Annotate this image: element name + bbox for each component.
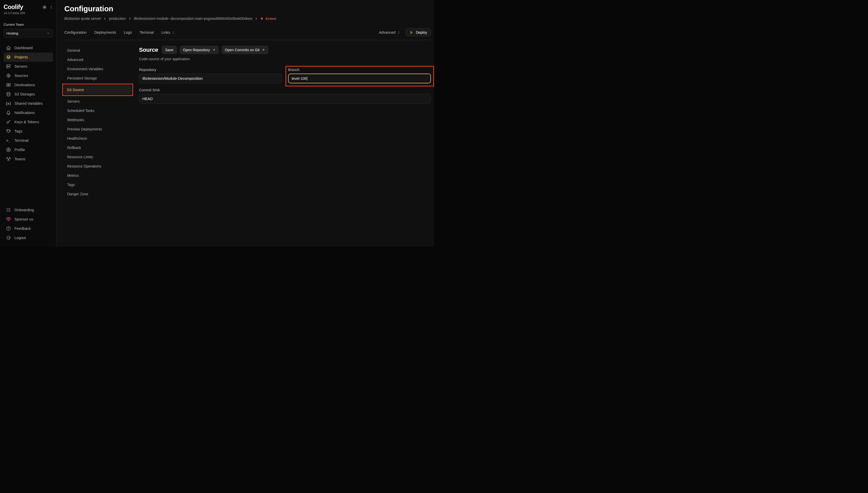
tab-deployments[interactable]: Deployments	[94, 30, 116, 35]
subnav-item-tags[interactable]: Tags	[64, 180, 131, 189]
open-commits-button[interactable]: Open Commits on Git	[221, 46, 269, 54]
chevron-right-icon	[128, 17, 131, 20]
subnav-item-general[interactable]: General	[64, 46, 131, 55]
sidebar-item-dashboard[interactable]: Dashboard	[4, 43, 53, 52]
play-icon	[409, 30, 414, 35]
commit-sha-field: Commit SHA HEAD	[139, 88, 431, 104]
external-link-icon	[212, 48, 215, 51]
tab-links[interactable]: Links	[162, 30, 175, 35]
sidebar: Coolify v4.0.0-beta.399 Current Team Hos…	[0, 0, 56, 246]
bell-icon	[6, 110, 11, 115]
breadcrumb-resource[interactable]: illicitestonion/-module--decomposition:m…	[134, 17, 253, 21]
team-select-value: Hosting	[6, 31, 18, 35]
annotation-box-branch: Branch level-100	[285, 66, 434, 86]
sidebar-item-terminal[interactable]: >_ Terminal	[4, 136, 53, 145]
server-icon	[6, 64, 11, 69]
sidebar-footer-nav: Onboarding Sponsor us Feedback Logout	[4, 205, 53, 242]
subnav-item-webhooks[interactable]: Webhooks	[64, 115, 131, 125]
annotation-box-git-source: Git Source	[62, 84, 133, 96]
subnav-item-metrics[interactable]: Metrics	[64, 171, 131, 180]
sidebar-item-teams[interactable]: Teams	[4, 154, 53, 164]
branch-input[interactable]: level-100	[288, 73, 431, 83]
sidebar-item-shared-variables[interactable]: (x) Shared Variables	[4, 99, 53, 108]
subnav-item-servers[interactable]: Servers	[64, 97, 131, 106]
coolify-app: Coolify v4.0.0-beta.399 Current Team Hos…	[0, 0, 434, 246]
users-icon	[6, 156, 11, 162]
status-text: Exited	[266, 17, 276, 21]
external-link-icon	[262, 48, 265, 51]
tag-icon	[6, 129, 11, 134]
breadcrumb-environment[interactable]: production	[109, 17, 126, 21]
save-button[interactable]: Save	[162, 46, 177, 54]
key-icon	[6, 120, 11, 125]
database-icon	[6, 92, 11, 97]
team-select[interactable]: Hosting	[4, 29, 53, 38]
subnav-item-resource-operations[interactable]: Resource Operations	[64, 162, 131, 171]
sidebar-item-onboarding[interactable]: Onboarding	[4, 205, 53, 215]
chevron-right-icon	[255, 17, 258, 20]
chevron-right-icon	[103, 17, 107, 20]
help-icon	[6, 226, 11, 231]
sidebar-nav: Dashboard Projects Servers Sources Desti…	[4, 43, 53, 164]
sidebar-item-projects[interactable]: Projects	[4, 52, 53, 62]
sidebar-item-sources[interactable]: Sources	[4, 71, 53, 80]
map-icon	[6, 82, 11, 87]
subnav-item-git-source[interactable]: Git Source	[64, 85, 131, 94]
source-heading: Source	[139, 47, 158, 53]
home-icon	[6, 45, 11, 50]
subnav-item-environment-variables[interactable]: Environment Variables	[64, 64, 131, 73]
sidebar-item-destinations[interactable]: Destinations	[4, 80, 53, 89]
status-badge: Exited	[260, 17, 276, 21]
status-dot-icon	[260, 17, 263, 20]
sidebar-item-sponsor[interactable]: Sponsor us	[4, 215, 53, 224]
repository-input[interactable]: illicitestonion/Module-Decomposition	[139, 73, 282, 83]
selector-icon	[172, 31, 175, 34]
sidebar-item-notifications[interactable]: Notifications	[4, 108, 53, 117]
open-repository-button[interactable]: Open Repository	[180, 46, 219, 54]
tab-terminal[interactable]: Terminal	[140, 30, 154, 35]
advanced-menu[interactable]: Advanced	[379, 30, 401, 35]
page-title: Configuration	[64, 5, 431, 13]
brand-logo: Coolify	[4, 4, 23, 10]
brand-row: Coolify	[4, 4, 53, 10]
tab-bar: Configuration Deployments Logs Terminal …	[64, 28, 431, 36]
git-icon	[6, 73, 11, 78]
subnav-item-danger-zone[interactable]: Danger Zone	[64, 189, 131, 199]
app-version: v4.0.0-beta.399	[4, 11, 53, 15]
tab-logs[interactable]: Logs	[124, 30, 132, 35]
checklist-icon	[6, 207, 11, 213]
user-circle-icon	[6, 147, 11, 152]
subnav-item-scheduled-tasks[interactable]: Scheduled Tasks	[64, 106, 131, 115]
subnav-item-resource-limits[interactable]: Resource Limits	[64, 152, 131, 162]
theme-selector-icon[interactable]	[49, 5, 53, 9]
tab-divider	[64, 40, 431, 40]
subnav-item-preview-deployments[interactable]: Preview Deployments	[64, 125, 131, 134]
commit-sha-input[interactable]: HEAD	[139, 94, 431, 104]
repository-field: Repository illicitestonion/Module-Decomp…	[139, 68, 282, 83]
sidebar-item-servers[interactable]: Servers	[4, 62, 53, 71]
main-content: Configuration illicitonion quote server …	[56, 0, 434, 246]
subnav-item-rollback[interactable]: Rollback	[64, 143, 131, 152]
text-cursor	[307, 77, 308, 81]
sidebar-item-logout[interactable]: Logout	[4, 233, 53, 242]
sidebar-item-s3-storages[interactable]: S3 Storages	[4, 89, 53, 99]
sun-theme-icon[interactable]	[42, 5, 47, 9]
deploy-button[interactable]: Deploy	[406, 28, 431, 36]
branch-field: Branch level-100	[288, 68, 431, 83]
breadcrumb-project[interactable]: illicitonion quote server	[64, 17, 101, 21]
sidebar-item-tags[interactable]: Tags	[4, 127, 53, 136]
subnav-item-advanced[interactable]: Advanced	[64, 55, 131, 64]
selector-icon	[397, 31, 401, 34]
sidebar-item-feedback[interactable]: Feedback	[4, 224, 53, 233]
subnav-item-healthcheck[interactable]: Healthcheck	[64, 134, 131, 143]
logout-icon	[6, 235, 11, 240]
sidebar-item-keys-tokens[interactable]: Keys & Tokens	[4, 117, 53, 127]
heart-icon	[6, 217, 11, 222]
tab-configuration[interactable]: Configuration	[64, 30, 86, 35]
sidebar-item-profile[interactable]: Profile	[4, 145, 53, 154]
settings-subnav: General Advanced Environment Variables P…	[64, 46, 131, 246]
repository-label: Repository	[139, 68, 282, 72]
branch-label: Branch	[288, 68, 431, 72]
chevron-down-icon	[47, 31, 50, 35]
subnav-item-persistent-storage[interactable]: Persistent Storage	[64, 73, 131, 83]
